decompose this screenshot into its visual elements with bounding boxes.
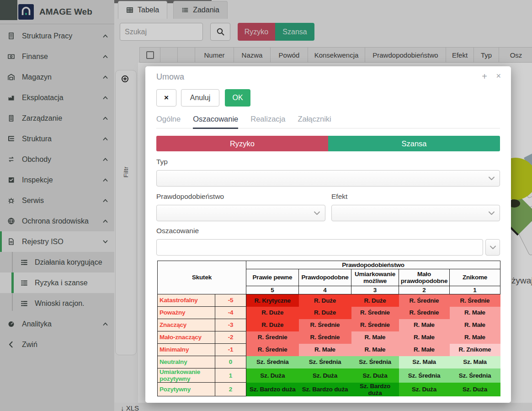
matrix-probability-value: 3 (351, 286, 399, 294)
matrix-cell-r-srednie: R. Średnie (351, 319, 399, 331)
probability-select[interactable] (156, 205, 325, 221)
estimation-dropdown-button[interactable] (485, 239, 500, 256)
matrix-cell-sz-duza: Sz. Duża (399, 383, 450, 396)
type-field-label: Typ (156, 158, 168, 166)
matrix-cell-r-duze: R. Duże (246, 319, 299, 331)
matrix-cell-r-srednie: R. Średnie (299, 331, 351, 344)
matrix-cell-r-male: R. Małe (399, 331, 450, 344)
matrix-cell-r-duze: R. Duże (299, 307, 351, 319)
estimation-field-label: Oszacowanie (156, 227, 199, 235)
cancel-button[interactable]: Anuluj (181, 89, 219, 107)
dialog-tabs: OgólneOszacowanieRealizacjaZałączniki (156, 115, 500, 128)
toggle-risk-button[interactable]: Ryzyko (156, 136, 328, 151)
toggle-chance-button[interactable]: Szansa (328, 136, 500, 151)
matrix-row-value: -1 (215, 344, 246, 356)
matrix-row-label: Pozytywny (158, 383, 215, 396)
matrix-row-label: Minimalny (158, 344, 215, 356)
matrix-row-label: Poważny (158, 307, 215, 319)
close-x-button[interactable]: × (156, 89, 176, 107)
matrix-cell-sz-bduza: Sz. Bardzo duża (299, 383, 351, 396)
matrix-probability-level: Znikome (450, 269, 500, 286)
risk-chance-toggle: Ryzyko Szansa (156, 136, 500, 151)
matrix-row-value: -3 (215, 319, 246, 331)
chevron-down-icon (489, 211, 495, 215)
chevron-down-icon (489, 176, 495, 181)
chevron-down-icon (490, 246, 496, 250)
risk-matrix-table: SkutekPrawdopodobieństwoPrawie pewnePraw… (157, 261, 500, 396)
matrix-row-value: 2 (215, 383, 246, 396)
matrix-probability-value: 1 (450, 286, 500, 294)
matrix-cell-sz-srednia: Sz. Średnia (399, 368, 450, 383)
matrix-row-label: Mało-znaczący (158, 331, 215, 344)
matrix-cell-sz-bduza: Sz. Bardzo duża (351, 383, 399, 396)
matrix-cell-r-male: R. Małe (351, 331, 399, 344)
matrix-probability-level: Mało prawdopodobne (399, 269, 450, 286)
matrix-row-value: -2 (215, 331, 246, 344)
matrix-cell-r-male: R. Małe (399, 319, 450, 331)
matrix-probability-header: Prawdopodobieństwo (246, 261, 500, 269)
matrix-cell-r-duze: R. Duże (299, 294, 351, 307)
matrix-cell-r-srednie: R. Średnie (246, 331, 299, 344)
matrix-cell-r-male: R. Małe (450, 307, 500, 319)
effect-select[interactable] (331, 205, 500, 221)
ok-button[interactable]: OK (225, 89, 250, 107)
matrix-probability-value: 4 (299, 286, 351, 294)
matrix-row-value: 0 (215, 356, 246, 368)
matrix-probability-value: 5 (246, 286, 299, 294)
matrix-cell-sz-srednia: Sz. Średnia (246, 356, 299, 368)
matrix-cell-r-male: R. Małe (450, 319, 500, 331)
contract-dialog: Umowa + × × Anuluj OK OgólneOszacowanieR… (145, 66, 511, 403)
matrix-cell-sz-srednia: Sz. Średnia (351, 356, 399, 368)
matrix-probability-level: Prawdopodobne (299, 269, 351, 286)
matrix-cell-r-male: R. Małe (399, 344, 450, 356)
matrix-cell-r-srednie: R. Średnie (399, 294, 450, 307)
dialog-close-icon[interactable]: × (496, 71, 501, 81)
matrix-cell-r-znikome: R. Znikome (450, 344, 500, 356)
effect-field-label: Efekt (331, 192, 347, 201)
matrix-cell-r-srednie: R. Średnie (450, 294, 500, 307)
matrix-cell-r-male: R. Małe (351, 344, 399, 356)
matrix-cell-sz-srednia: Sz. Średnia (299, 356, 351, 368)
matrix-row-value: -5 (215, 294, 246, 307)
matrix-cell-r-duze: R. Duże (351, 294, 399, 307)
matrix-probability-value: 2 (399, 286, 450, 294)
app-root: AMAGE Web Struktura PracyFinanseMagazynE… (0, 0, 532, 411)
matrix-cell-r-male: R. Małe (450, 331, 500, 344)
matrix-cell-r-krytyczne: R. Krytyczne (246, 294, 299, 307)
dialog-action-row: × Anuluj OK (156, 89, 250, 107)
type-select[interactable] (156, 170, 500, 187)
matrix-cell-sz-mala: Sz. Mała (399, 356, 450, 368)
matrix-cell-r-male: R. Małe (299, 344, 351, 356)
dialog-title: Umowa (156, 72, 184, 82)
dialog-tab-ogólne[interactable]: Ogólne (156, 115, 181, 129)
matrix-cell-r-srednie: R. Średnie (299, 319, 351, 331)
estimation-input[interactable] (156, 239, 483, 256)
matrix-row-label: Znaczący (158, 319, 215, 331)
probability-field-label: Prawdopodobieństwo (156, 192, 224, 201)
matrix-cell-sz-duza: Sz. Duża (299, 368, 351, 383)
matrix-row-value: 1 (215, 368, 246, 383)
matrix-row-label: Neutralny (158, 356, 215, 368)
matrix-row-label: Umiarkowanie pozytywny (158, 368, 215, 383)
dialog-expand-icon[interactable]: + (482, 71, 487, 82)
matrix-cell-r-srednie: R. Średnie (351, 307, 399, 319)
matrix-probability-level: Prawie pewne (246, 269, 299, 286)
matrix-row-value: -4 (215, 307, 246, 319)
matrix-cell-r-srednie: R. Średnie (399, 307, 450, 319)
chevron-down-icon (314, 211, 320, 215)
matrix-row-label: Katastrofalny (158, 294, 215, 307)
matrix-cell-sz-bduza: Sz. Bardzo duża (246, 383, 299, 396)
matrix-cell-sz-duza: Sz. Duża (246, 368, 299, 383)
matrix-cell-r-srednie: R. Średnie (246, 344, 299, 356)
dialog-tab-oszacowanie[interactable]: Oszacowanie (193, 115, 238, 129)
matrix-cell-sz-srednia: Sz. Średnia (450, 368, 500, 383)
matrix-corner-header: Skutek (158, 261, 246, 294)
matrix-cell-r-duze: R. Duże (246, 307, 299, 319)
matrix-cell-sz-mala: Sz. Mała (450, 356, 500, 368)
matrix-probability-level: Umiarkowanie możliwe (351, 269, 399, 286)
matrix-cell-sz-duza: Sz. Duża (450, 383, 500, 396)
dialog-tab-realizacja[interactable]: Realizacja (250, 115, 285, 129)
matrix-cell-sz-duza: Sz. Duża (351, 368, 399, 383)
dialog-tab-załączniki[interactable]: Załączniki (298, 115, 331, 129)
